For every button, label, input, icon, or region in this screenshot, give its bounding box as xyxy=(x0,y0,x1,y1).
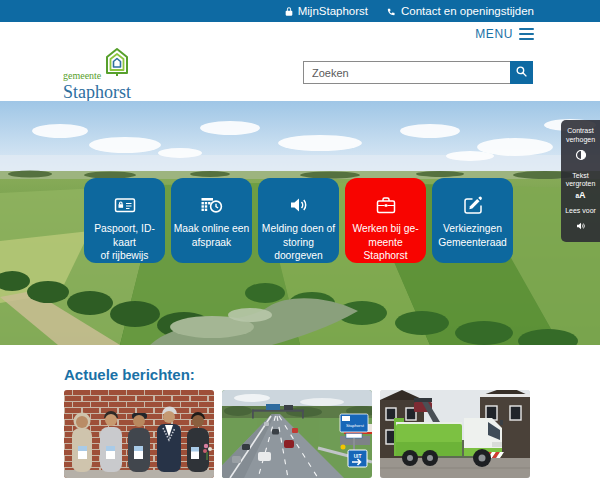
tile-verkiezingen[interactable]: Verkiezingen Gemeenteraad xyxy=(432,178,513,263)
logo-house-icon xyxy=(105,48,129,82)
speaker-icon xyxy=(287,193,311,217)
read-aloud-speaker-icon xyxy=(575,218,587,236)
id-card-icon xyxy=(113,193,137,217)
contrast-button[interactable]: Contrast verhogen xyxy=(563,127,598,165)
mijn-staphorst-label: MijnStaphorst xyxy=(298,5,368,17)
hamburger-icon xyxy=(519,28,534,40)
contact-link[interactable]: Contact en openingstijden xyxy=(386,5,534,17)
search-bar xyxy=(303,61,533,84)
accessibility-panel: Contrast verhogen Tekst vergroten aA Lee… xyxy=(561,120,600,242)
tile-werken[interactable]: Werken bij ge- meente Staphorst xyxy=(345,178,426,263)
quick-tiles: Paspoort, ID-kaart of rijbewijs Maak onl… xyxy=(84,178,513,263)
tile-label: Verkiezingen Gemeenteraad xyxy=(438,222,507,249)
calendar-clock-icon xyxy=(199,193,224,217)
lock-icon xyxy=(284,6,294,17)
pencil-icon xyxy=(461,193,485,217)
contrast-icon xyxy=(575,147,587,165)
news-list: Staphorst UIT xyxy=(64,390,530,478)
menu-button[interactable]: MENU xyxy=(475,22,534,46)
page: { "topbar": { "mijn_label": "MijnStaphor… xyxy=(0,0,600,480)
tile-afspraak[interactable]: Maak online een afspraak xyxy=(171,178,252,263)
tile-label: Melding doen of storing doorgeven xyxy=(258,222,339,263)
text-size-label: Tekst vergroten xyxy=(566,172,596,190)
tile-label: Paspoort, ID-kaart of rijbewijs xyxy=(84,222,165,263)
news-photo-highway: Staphorst UIT xyxy=(222,390,372,478)
logo-pre-label: gemeente xyxy=(63,70,101,82)
read-aloud-button[interactable]: Lees voor xyxy=(563,207,598,236)
tile-paspoort[interactable]: Paspoort, ID-kaart of rijbewijs xyxy=(84,178,165,263)
text-size-icon: aA xyxy=(575,191,585,200)
contrast-label: Contrast verhogen xyxy=(566,127,595,145)
topbar: MijnStaphorst Contact en openingstijden xyxy=(0,0,600,22)
text-size-button[interactable]: Tekst vergroten aA xyxy=(563,172,598,201)
hero-section: Paspoort, ID-kaart of rijbewijs Maak onl… xyxy=(0,101,600,345)
search-icon xyxy=(515,65,528,81)
news-photo-truck xyxy=(380,390,530,478)
read-aloud-label: Lees voor xyxy=(565,207,596,216)
search-button[interactable] xyxy=(510,61,533,84)
tile-label: Maak online een afspraak xyxy=(174,222,250,249)
contact-label: Contact en openingstijden xyxy=(401,5,534,17)
search-input[interactable] xyxy=(303,61,510,84)
tile-label: Werken bij ge- meente Staphorst xyxy=(345,222,426,263)
tile-melding[interactable]: Melding doen of storing doorgeven xyxy=(258,178,339,263)
briefcase-icon xyxy=(374,193,398,217)
phone-icon xyxy=(386,6,397,17)
news-photo-group xyxy=(64,390,214,478)
svg-text:UIT: UIT xyxy=(354,454,362,459)
logo[interactable]: gemeente Staphorst xyxy=(63,48,131,101)
news-card-snelweg[interactable]: Staphorst UIT xyxy=(222,390,372,478)
news-card-naturalisatie[interactable] xyxy=(64,390,214,478)
logo-name-label: Staphorst xyxy=(63,83,131,101)
mijn-staphorst-link[interactable]: MijnStaphorst xyxy=(284,5,368,17)
menu-label: MENU xyxy=(475,27,513,41)
svg-text:Staphorst: Staphorst xyxy=(346,423,365,428)
news-heading: Actuele berichten: xyxy=(64,366,195,383)
news-card-vuilniswagen[interactable] xyxy=(380,390,530,478)
